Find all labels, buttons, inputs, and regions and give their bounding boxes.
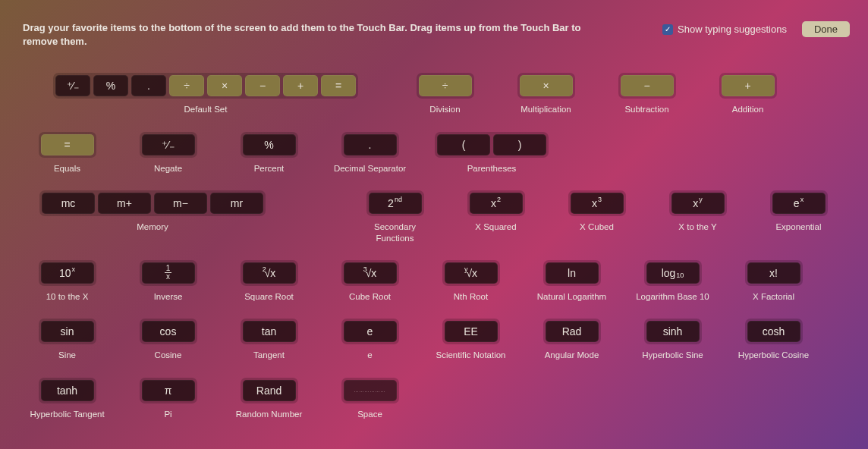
item-tanh[interactable]: tanh Hyperbolic Tangent [27,378,107,419]
item-parentheses[interactable]: ( ) Parentheses [431,132,552,174]
x-squared-icon: x2 [470,193,523,214]
cbrt-icon: 3√x [344,262,397,284]
item-x-factorial[interactable]: x! X Factorial [734,260,813,302]
cosh-label: Hyperbolic Cosine [738,350,809,360]
item-random-number[interactable]: Rand Random Number [229,378,309,419]
rand-icon: Rand [243,380,296,401]
item-decimal-separator[interactable]: . Decimal Separator [330,132,410,174]
default-set-keygroup: ⁺∕₋ % . ÷ × − + = [53,73,358,99]
x-factorial-icon: x! [747,262,800,284]
item-sine[interactable]: sin Sine [27,319,107,360]
inverse-icon: 1x [142,262,195,284]
item-equals[interactable]: = Equals [27,132,107,174]
ln-icon: ln [546,262,599,284]
item-x-to-y[interactable]: xy X to the Y [658,190,737,232]
item-x-cubed[interactable]: x3 X Cubed [557,190,637,232]
mplus-icon: m+ [98,193,151,214]
show-typing-suggestions-checkbox[interactable]: ✓ Show typing suggestions [662,24,787,35]
item-log-base-10[interactable]: log10 Logarithm Base 10 [633,260,712,302]
item-sinh[interactable]: sinh Hyperbolic Sine [633,319,712,360]
item-memory[interactable]: mc m+ m− mr Memory [27,190,278,232]
item-space[interactable]: ……………… Space [330,378,410,419]
tangent-label: Tangent [253,350,285,360]
minus-icon: − [621,75,674,96]
parentheses-label: Parentheses [467,163,517,174]
item-e-constant[interactable]: e e [330,319,410,360]
cosine-label: Cosine [155,350,182,360]
item-cosh[interactable]: cosh Hyperbolic Cosine [734,319,813,360]
item-multiplication[interactable]: × Multiplication [506,73,586,115]
sci-notation-label: Scientific Notation [436,350,505,360]
checkbox-check-icon: ✓ [662,24,673,35]
x-cubed-label: X Cubed [580,221,614,232]
sinh-label: Hyperbolic Sine [642,350,703,360]
header-right-controls: ✓ Show typing suggestions Done [662,21,850,37]
equals-icon: = [321,75,356,96]
item-division[interactable]: ÷ Division [405,73,485,115]
item-default-set[interactable]: ⁺∕₋ % . ÷ × − + = Default Set [27,73,384,115]
item-secondary-functions[interactable]: 2nd Secondary Functions [355,190,435,243]
item-pi[interactable]: π Pi [128,378,208,419]
plusminus-icon: ⁺∕₋ [142,134,195,155]
cbrt-label: Cube Root [349,291,391,302]
item-angular-mode[interactable]: Rad Angular Mode [532,319,612,360]
space-label: Space [357,409,382,419]
mr-icon: mr [210,193,263,214]
percent-icon: % [93,75,128,96]
inverse-label: Inverse [154,291,183,302]
item-subtraction[interactable]: − Subtraction [607,73,687,115]
ln-label: Natural Logarithm [537,291,606,302]
log10-icon: log10 [646,262,700,284]
item-negate[interactable]: ⁺∕₋ Negate [128,132,208,174]
item-percent[interactable]: % Percent [229,132,309,174]
percent-icon: % [243,134,296,155]
cosh-icon: cosh [747,321,800,342]
instructions-text: Drag your favorite items to the bottom o… [23,21,599,49]
default-set-label: Default Set [184,104,228,115]
divide-icon: ÷ [419,75,472,96]
tan-icon: tan [243,321,296,342]
cos-icon: cos [142,321,195,342]
memory-label: Memory [137,221,168,232]
plus-icon: + [283,75,318,96]
touchbar-items-grid: ⁺∕₋ % . ÷ × − + = Default Set ÷ Division… [0,56,868,444]
percent-label: Percent [254,163,285,174]
exponential-icon: ex [772,193,826,214]
x-cubed-icon: x3 [571,193,624,214]
sqrt-label: Square Root [244,291,294,302]
item-inverse[interactable]: 1x Inverse [128,260,208,302]
e-label: e [367,350,372,360]
item-tangent[interactable]: tan Tangent [229,319,309,360]
done-button[interactable]: Done [802,21,850,37]
sqrt-icon: 2√x [243,262,296,284]
multiplication-label: Multiplication [520,104,571,115]
ten-to-x-label: 10 to the X [46,291,89,302]
item-nth-root[interactable]: y√x Nth Root [431,260,511,302]
dot-icon: . [131,75,166,96]
tanh-label: Hyperbolic Tangent [30,409,104,419]
item-x-squared[interactable]: x2 X Squared [456,190,536,232]
multiply-icon: × [520,75,573,96]
item-cosine[interactable]: cos Cosine [128,319,208,360]
nth-root-label: Nth Root [454,291,488,302]
item-10-to-x[interactable]: 10x 10 to the X [27,260,107,302]
plusminus-icon: ⁺∕₋ [55,75,90,96]
dot-icon: . [344,134,397,155]
exponential-label: Exponential [775,221,821,232]
item-addition[interactable]: + Addition [708,73,788,115]
item-natural-log[interactable]: ln Natural Logarithm [532,260,612,302]
tanh-icon: tanh [41,380,94,401]
second-icon: 2nd [369,193,422,214]
sinh-icon: sinh [646,321,700,342]
pi-icon: π [142,380,195,401]
minus-icon: − [245,75,280,96]
rand-label: Random Number [236,409,303,419]
show-typing-suggestions-label: Show typing suggestions [678,24,787,35]
item-square-root[interactable]: 2√x Square Root [229,260,309,302]
equals-label: Equals [54,163,80,174]
x-to-y-icon: xy [671,193,725,214]
item-exponential[interactable]: ex Exponential [759,190,838,232]
item-cube-root[interactable]: 3√x Cube Root [330,260,410,302]
item-scientific-notation[interactable]: EE Scientific Notation [431,319,511,360]
nth-root-icon: y√x [445,262,498,284]
